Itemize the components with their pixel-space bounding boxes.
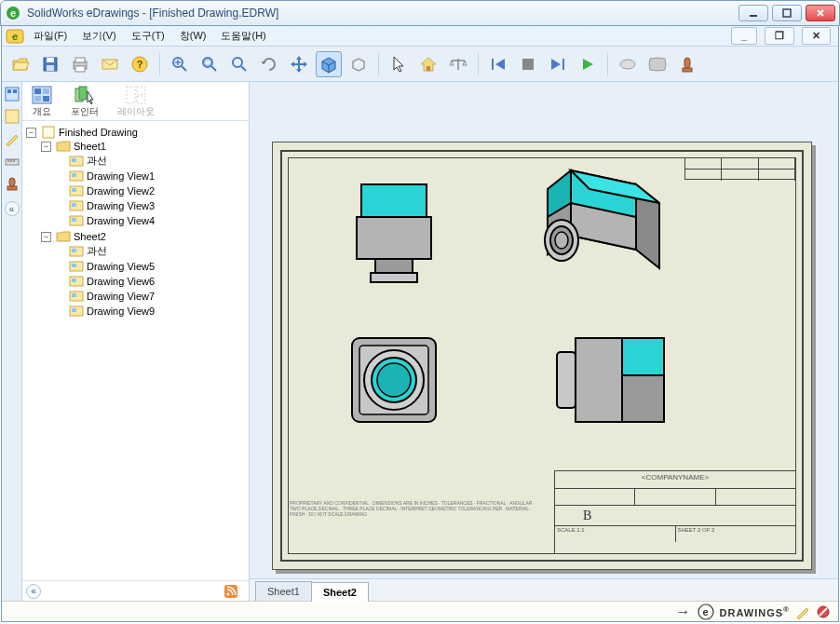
play-button[interactable]: [575, 51, 601, 77]
side-panel-toolbar: 개요 포인터 레이아웃: [22, 82, 249, 121]
status-pencil-icon[interactable]: [795, 604, 810, 619]
tree-item[interactable]: Drawing View1: [56, 170, 247, 183]
tree-item[interactable]: Drawing View3: [56, 199, 247, 212]
tree-item[interactable]: Drawing View4: [56, 214, 247, 227]
pointer-tool[interactable]: 포인터: [67, 84, 102, 120]
feature-tree[interactable]: − Finished Drawing − Sheet1: [22, 121, 249, 580]
side-collapse[interactable]: «: [26, 584, 41, 599]
markup2-button[interactable]: [644, 51, 671, 77]
mdi-minimize[interactable]: _: [731, 27, 757, 45]
view-icon: [69, 290, 84, 303]
svg-rect-39: [562, 59, 564, 70]
pan-button[interactable]: [286, 51, 312, 77]
strip-pencil-icon[interactable]: [4, 130, 20, 147]
drawing-view-iso: [534, 161, 673, 301]
view-icon: [69, 305, 84, 318]
tree-item[interactable]: 과선: [56, 154, 247, 168]
mdi-restore[interactable]: ❐: [765, 27, 794, 45]
svg-rect-10: [47, 65, 54, 71]
menubar-row: e 파일(F) 보기(V) 도구(T) 창(W) 도움말(H) _ ❐ ✕: [2, 26, 838, 47]
first-button[interactable]: [485, 51, 511, 77]
svg-point-104: [377, 363, 411, 397]
print-button[interactable]: [67, 51, 93, 77]
markup1-button[interactable]: [615, 51, 641, 77]
tree-item[interactable]: Drawing View2: [56, 184, 247, 197]
drawing-viewport[interactable]: PROPRIETARY AND CONFIDENTIAL · DIMENSION…: [250, 82, 838, 578]
view-icon: [69, 170, 84, 183]
svg-line-24: [241, 66, 246, 71]
save-button[interactable]: [37, 51, 63, 77]
zoom-fit-button[interactable]: [226, 51, 252, 77]
svg-rect-56: [43, 88, 49, 94]
side-panel: 개요 포인터 레이아웃 − Finished: [22, 82, 250, 601]
menu-window[interactable]: 창(W): [172, 26, 214, 46]
zoom-in-button[interactable]: [167, 51, 193, 77]
svg-point-99: [555, 232, 568, 249]
svg-text:e: e: [702, 606, 709, 617]
menu-view[interactable]: 보기(V): [75, 26, 124, 46]
collapse-icon[interactable]: −: [26, 128, 36, 138]
strip-overview-icon[interactable]: [4, 86, 20, 102]
collapse-icon[interactable]: −: [41, 142, 51, 152]
svg-rect-22: [205, 60, 210, 65]
collapse-icon[interactable]: −: [41, 232, 51, 242]
maximize-button[interactable]: [772, 5, 802, 21]
strip-collapse[interactable]: «: [5, 201, 20, 216]
home-button[interactable]: [415, 51, 441, 77]
tree-item[interactable]: Drawing View5: [56, 260, 247, 273]
sheet-tab-2[interactable]: Sheet2: [311, 582, 369, 602]
status-block-icon[interactable]: [816, 604, 831, 619]
last-button[interactable]: [545, 51, 571, 77]
select-button[interactable]: [386, 51, 412, 77]
tree-sheet1[interactable]: − Sheet1: [41, 140, 247, 153]
view-icon: [69, 214, 84, 227]
svg-marker-31: [304, 61, 307, 67]
strip-measure-icon[interactable]: [4, 153, 20, 170]
overview-tool[interactable]: 개요: [28, 84, 56, 120]
svg-rect-88: [357, 217, 431, 259]
shaded-button[interactable]: [316, 51, 342, 77]
svg-rect-68: [72, 173, 76, 177]
svg-line-17: [182, 66, 186, 71]
tree-root[interactable]: − Finished Drawing: [26, 126, 247, 139]
svg-rect-55: [34, 88, 41, 94]
rotate-button[interactable]: [256, 51, 282, 77]
stop-button[interactable]: [515, 51, 541, 77]
menu-file[interactable]: 파일(F): [26, 26, 75, 46]
tree-item[interactable]: Drawing View7: [56, 290, 247, 303]
wireframe-button[interactable]: [345, 51, 372, 77]
status-bar: → e DRAWINGS®: [2, 601, 838, 621]
drawing-view-top: [343, 329, 445, 431]
tree-item[interactable]: 과선: [56, 244, 247, 258]
menu-help[interactable]: 도움말(H): [213, 26, 273, 46]
minimize-button[interactable]: [738, 5, 768, 21]
svg-rect-57: [34, 96, 41, 102]
stamp-button[interactable]: [674, 51, 700, 77]
mail-button[interactable]: [97, 51, 123, 77]
window-title: SolidWorks eDrawings - [Finished Drawing…: [27, 7, 278, 20]
sheet-tab-1[interactable]: Sheet1: [255, 581, 312, 601]
tree-root-label: Finished Drawing: [59, 127, 138, 138]
svg-marker-28: [296, 56, 302, 60]
svg-rect-107: [622, 338, 664, 375]
svg-rect-76: [72, 249, 76, 252]
svg-rect-84: [72, 308, 76, 312]
svg-rect-78: [72, 264, 76, 267]
close-button[interactable]: [806, 5, 835, 21]
mdi-close[interactable]: ✕: [802, 27, 831, 45]
tree-item[interactable]: Drawing View9: [56, 305, 247, 318]
svg-rect-45: [7, 89, 11, 93]
svg-rect-108: [622, 375, 664, 422]
scales-button[interactable]: [445, 51, 471, 77]
drawing-notes: PROPRIETARY AND CONFIDENTIAL · DIMENSION…: [288, 498, 549, 554]
strip-dim-icon[interactable]: [4, 108, 20, 125]
tree-sheet2[interactable]: − Sheet2: [41, 230, 247, 243]
tree-item[interactable]: Drawing View6: [56, 275, 247, 288]
view-icon: [69, 245, 84, 258]
menu-tools[interactable]: 도구(T): [124, 26, 172, 46]
help-button[interactable]: ?: [127, 51, 153, 77]
zoom-area-button[interactable]: [196, 51, 223, 77]
rss-icon[interactable]: [224, 585, 237, 598]
strip-stamp-icon[interactable]: [4, 175, 20, 192]
open-button[interactable]: [7, 51, 34, 77]
